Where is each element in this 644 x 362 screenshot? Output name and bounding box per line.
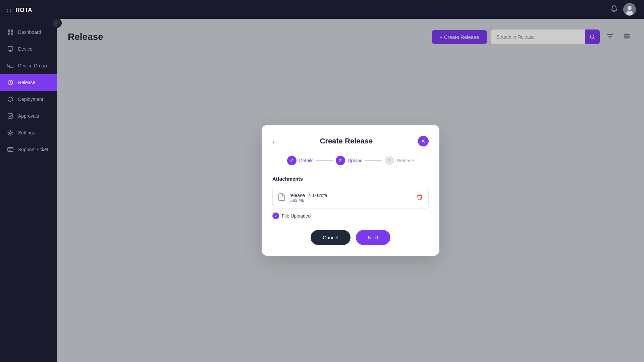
sidebar-item-device-group[interactable]: Device Group	[0, 57, 57, 74]
step-2-label: Upload	[348, 158, 363, 163]
modal-overlay: ‹ Create Release ✕ ✓ Details 2 U	[57, 19, 644, 362]
file-icon	[278, 193, 285, 203]
sidebar-item-dashboard[interactable]: Dashboard	[0, 24, 57, 41]
file-size: 5.92 MB	[289, 198, 327, 203]
upload-status-label: File Uploaded	[282, 213, 311, 219]
avatar[interactable]	[623, 3, 636, 16]
svg-point-12	[628, 6, 632, 10]
file-item: release_2.0.0.rota 5.92 MB	[272, 187, 429, 208]
upload-status: ✓ File Uploaded	[272, 213, 429, 219]
device-icon	[7, 45, 14, 53]
drag-icon	[7, 9, 12, 12]
attachments-section: Attachments release_2.0.0.rota	[272, 176, 429, 219]
svg-rect-2	[8, 33, 10, 35]
sidebar-item-approvals[interactable]: Approvals	[0, 108, 57, 124]
svg-rect-6	[10, 65, 13, 68]
notification-icon[interactable]	[610, 5, 618, 14]
file-info: release_2.0.0.rota 5.92 MB	[278, 193, 327, 203]
sidebar-nav: Dashboard Device Device Group	[0, 20, 57, 362]
sidebar-item-device[interactable]: Device	[0, 41, 57, 57]
sidebar-item-label: Deployment	[18, 97, 43, 102]
sidebar-item-label: Support Ticket	[18, 147, 48, 152]
step-1-label: Details	[299, 158, 314, 163]
modal-close-button[interactable]: ✕	[418, 136, 429, 146]
file-details: release_2.0.0.rota 5.92 MB	[289, 193, 327, 203]
main-content: Release + Create Release	[57, 0, 644, 362]
sidebar-item-label: Approvals	[18, 113, 39, 119]
modal-back-button[interactable]: ‹	[272, 137, 275, 145]
device-group-icon	[7, 62, 14, 69]
sidebar-item-label: Release	[18, 80, 35, 85]
modal-title: Create Release	[320, 137, 373, 145]
modal-footer: Cancel Next	[272, 230, 429, 245]
release-icon	[7, 79, 14, 86]
step-2-circle: 2	[336, 156, 345, 165]
dashboard-icon	[7, 28, 14, 36]
settings-icon	[7, 129, 14, 136]
svg-point-13	[626, 11, 633, 15]
step-3-circle: 3	[385, 156, 394, 165]
step-release: 3 Release	[385, 156, 414, 165]
approvals-icon	[7, 112, 14, 120]
svg-rect-3	[11, 33, 13, 35]
app-name: ROTA	[15, 7, 32, 14]
step-upload: 2 Upload	[336, 156, 363, 165]
support-ticket-icon	[7, 146, 14, 153]
svg-point-9	[9, 132, 11, 134]
svg-rect-4	[8, 47, 13, 50]
svg-rect-10	[8, 147, 13, 152]
step-details: ✓ Details	[287, 156, 314, 165]
create-release-modal: ‹ Create Release ✕ ✓ Details 2 U	[262, 125, 439, 256]
step-3-label: Release	[397, 158, 414, 163]
sidebar-item-label: Device Group	[18, 63, 47, 68]
step-line-1	[316, 160, 333, 161]
sidebar-item-support-ticket[interactable]: Support Ticket	[0, 141, 57, 158]
deployment-icon	[7, 96, 14, 103]
section-label: Attachments	[272, 176, 429, 182]
modal-header: ‹ Create Release ✕	[272, 136, 429, 146]
sidebar-item-label: Settings	[18, 130, 35, 135]
sidebar: ROTA ‹ Dashboard Device	[0, 0, 57, 362]
sidebar-item-label: Dashboard	[18, 29, 41, 35]
stepper: ✓ Details 2 Upload 3 Release	[272, 156, 429, 165]
svg-rect-8	[8, 114, 13, 118]
sidebar-item-release[interactable]: Release	[0, 74, 57, 91]
file-name: release_2.0.0.rota	[289, 193, 327, 198]
app-logo: ROTA	[0, 0, 57, 20]
step-1-circle: ✓	[287, 156, 297, 165]
topbar	[57, 0, 644, 19]
upload-success-icon: ✓	[272, 213, 279, 219]
svg-rect-1	[11, 29, 13, 32]
step-line-2	[365, 160, 382, 161]
delete-file-button[interactable]	[416, 194, 423, 202]
sidebar-item-deployment[interactable]: Deployment	[0, 91, 57, 108]
cancel-button[interactable]: Cancel	[311, 230, 351, 245]
svg-rect-0	[8, 29, 10, 32]
next-button[interactable]: Next	[356, 230, 390, 245]
sidebar-item-label: Device	[18, 46, 33, 52]
page-area: Release + Create Release	[57, 19, 644, 362]
sidebar-item-settings[interactable]: Settings	[0, 124, 57, 141]
